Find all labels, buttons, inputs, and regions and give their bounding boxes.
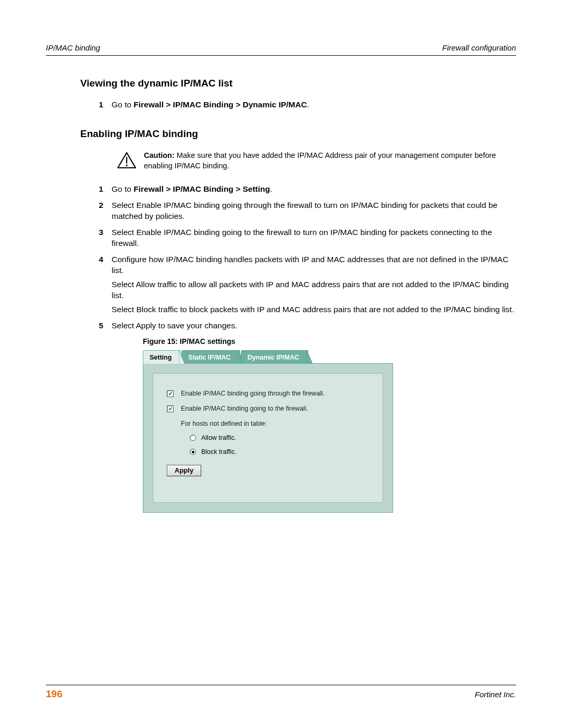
- figure-caption: Figure 15: IP/MAC settings: [143, 337, 516, 347]
- caution-label: Caution:: [144, 151, 175, 159]
- step-text: Configure how IP/MAC binding handles pac…: [112, 254, 516, 276]
- footer: 196 Fortinet Inc.: [46, 685, 516, 701]
- enable-through-checkbox[interactable]: [167, 390, 174, 397]
- step-body: Select Enable IP/MAC binding going throu…: [112, 200, 516, 222]
- step-body: Go to Firewall > IP/MAC Binding > Dynami…: [112, 100, 516, 110]
- tab-setting[interactable]: Setting: [143, 350, 180, 364]
- enable-to-label: Enable IP/MAC binding going to the firew…: [181, 404, 308, 413]
- header-right: Firewall configuration: [442, 43, 516, 53]
- section2-step-4: 4 Configure how IP/MAC binding handles p…: [80, 254, 516, 315]
- page: IP/MAC binding Firewall configuration Vi…: [0, 0, 563, 728]
- step-number: 3: [80, 227, 112, 249]
- ipmac-settings-ui: Setting Static IP/MAC Dynamic IP/MAC: [143, 349, 393, 512]
- block-traffic-label: Block traffic.: [201, 448, 237, 456]
- step-text-bold: Firewall > IP/MAC Binding > Dynamic IP/M…: [133, 100, 307, 109]
- section2-step-1: 1 Go to Firewall > IP/MAC Binding > Sett…: [80, 184, 516, 195]
- allow-traffic-label: Allow traffic.: [201, 434, 236, 442]
- step-body: Configure how IP/MAC binding handles pac…: [112, 254, 516, 315]
- step-text: Select Enable IP/MAC binding going to th…: [112, 227, 516, 249]
- svg-point-1: [126, 165, 127, 166]
- enable-to-row: Enable IP/MAC binding going to the firew…: [167, 404, 369, 413]
- section2-step-2: 2 Select Enable IP/MAC binding going thr…: [80, 200, 516, 222]
- tab-dynamic-ip-mac[interactable]: Dynamic IP/MAC: [241, 350, 308, 364]
- step-number: 4: [80, 254, 112, 315]
- running-header: IP/MAC binding Firewall configuration: [46, 43, 516, 53]
- caution-text: Caution: Make sure that you have added t…: [144, 151, 516, 171]
- step-body: Go to Firewall > IP/MAC Binding > Settin…: [112, 184, 516, 195]
- section1-step-1: 1 Go to Firewall > IP/MAC Binding > Dyna…: [80, 100, 516, 110]
- tab-label: Dynamic IP/MAC: [248, 354, 299, 361]
- allow-traffic-row: Allow traffic.: [190, 434, 369, 442]
- caution-icon: [117, 152, 137, 172]
- step-text-prefix: Go to: [112, 184, 133, 193]
- content: Viewing the dynamic IP/MAC list 1 Go to …: [46, 77, 516, 513]
- section2: Enabling IP/MAC binding Caution: Make su…: [80, 127, 516, 513]
- tab-label: Setting: [150, 354, 172, 361]
- step-text-prefix: Go to: [112, 100, 133, 109]
- header-left: IP/MAC binding: [46, 43, 100, 53]
- section2-title: Enabling IP/MAC binding: [80, 127, 516, 141]
- apply-button[interactable]: Apply: [167, 465, 201, 476]
- tab-label: Static IP/MAC: [188, 354, 230, 361]
- step-text: Select Allow traffic to allow all packet…: [112, 279, 516, 301]
- step-number: 2: [80, 200, 112, 222]
- step-body: Select Enable IP/MAC binding going to th…: [112, 227, 516, 249]
- block-traffic-row: Block traffic.: [190, 448, 369, 456]
- allow-traffic-radio[interactable]: [190, 435, 196, 441]
- enable-through-row: Enable IP/MAC binding going through the …: [167, 389, 369, 398]
- section1-title: Viewing the dynamic IP/MAC list: [80, 77, 516, 90]
- block-traffic-radio[interactable]: [190, 449, 196, 455]
- footer-rule: [46, 685, 516, 685]
- step-number: 5: [80, 320, 112, 331]
- caution-body: Make sure that you have added the IP/MAC…: [144, 151, 496, 170]
- enable-to-checkbox[interactable]: [167, 405, 174, 412]
- header-rule: [46, 55, 516, 56]
- step-body: Select Apply to save your changes.: [112, 320, 516, 331]
- step-text-suffix: .: [270, 184, 272, 193]
- caution-block: Caution: Make sure that you have added t…: [117, 151, 516, 172]
- settings-panel: Enable IP/MAC binding going through the …: [143, 363, 393, 512]
- step-text: Select Enable IP/MAC binding going throu…: [112, 200, 516, 222]
- hosts-not-defined-label: For hosts not defined in table:: [181, 419, 369, 428]
- tab-strip: Setting Static IP/MAC Dynamic IP/MAC: [143, 349, 393, 364]
- settings-panel-inner: Enable IP/MAC binding going through the …: [153, 373, 383, 502]
- step-text: Select Apply to save your changes.: [112, 320, 516, 331]
- step-text-bold: Firewall > IP/MAC Binding > Setting: [133, 184, 270, 193]
- page-number: 196: [46, 687, 63, 701]
- step-number: 1: [80, 184, 112, 195]
- step-number: 1: [80, 100, 112, 110]
- enable-through-label: Enable IP/MAC binding going through the …: [181, 389, 325, 398]
- step-text: Select Block traffic to block packets wi…: [112, 304, 516, 315]
- section2-step-5: 5 Select Apply to save your changes.: [80, 320, 516, 331]
- section2-step-3: 3 Select Enable IP/MAC binding going to …: [80, 227, 516, 249]
- step-text-suffix: .: [307, 100, 309, 109]
- tab-static-ip-mac[interactable]: Static IP/MAC: [181, 350, 239, 364]
- footer-right: Fortinet Inc.: [475, 689, 516, 700]
